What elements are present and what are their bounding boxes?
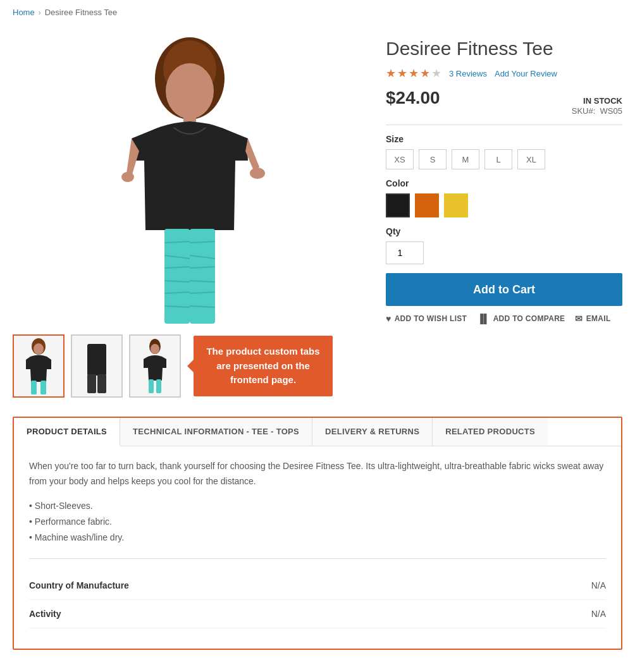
size-s[interactable]: S bbox=[419, 149, 447, 169]
qty-input[interactable] bbox=[386, 241, 424, 264]
spec-row-country: Country of Manufacture N/A bbox=[29, 571, 606, 600]
thumbnail-1[interactable] bbox=[13, 334, 65, 398]
add-to-compare-link[interactable]: ▐▌ ADD TO COMPARE bbox=[477, 314, 565, 324]
product-main-image bbox=[76, 34, 304, 325]
star-4: ★ bbox=[420, 66, 430, 80]
product-description: When you're too far to turn back, thank … bbox=[29, 459, 606, 489]
size-options: XS S M L XL bbox=[386, 149, 622, 169]
breadcrumb-current: Desiree Fitness Tee bbox=[45, 8, 118, 17]
star-5: ★ bbox=[431, 66, 441, 80]
size-m[interactable]: M bbox=[452, 149, 479, 169]
spec-country-value: N/A bbox=[591, 580, 606, 590]
star-3: ★ bbox=[409, 66, 419, 80]
add-review-link[interactable]: Add Your Review bbox=[495, 69, 557, 78]
svg-rect-24 bbox=[31, 381, 37, 394]
tab-delivery-returns[interactable]: DELIVERY & RETURNS bbox=[312, 418, 433, 446]
email-icon: ✉ bbox=[575, 314, 583, 324]
svg-rect-25 bbox=[40, 381, 46, 394]
size-l[interactable]: L bbox=[484, 149, 512, 169]
bullet-3: Machine wash/line dry. bbox=[29, 530, 606, 546]
compare-icon: ▐▌ bbox=[477, 314, 490, 324]
svg-point-5 bbox=[250, 168, 265, 179]
tab-content: When you're too far to turn back, thank … bbox=[14, 446, 621, 649]
product-tabs-tooltip: The product custom tabs are presented on… bbox=[194, 336, 333, 396]
star-rating: ★ ★ ★ ★ ★ bbox=[386, 66, 441, 80]
svg-rect-34 bbox=[156, 379, 161, 393]
stock-status: IN STOCK bbox=[572, 96, 622, 106]
product-images: The product custom tabs are presented on… bbox=[13, 31, 367, 398]
svg-rect-33 bbox=[149, 379, 154, 393]
main-image bbox=[13, 31, 367, 328]
spec-activity-label: Activity bbox=[29, 609, 61, 619]
breadcrumb: Home › Desiree Fitness Tee bbox=[0, 0, 635, 25]
svg-point-23 bbox=[34, 343, 44, 355]
tab-related-products[interactable]: RELATED PRODUCTS bbox=[433, 418, 548, 446]
bullet-2: Performance fabric. bbox=[29, 514, 606, 530]
reviews-count-link[interactable]: 3 Reviews bbox=[449, 69, 487, 78]
breadcrumb-separator: › bbox=[39, 8, 41, 17]
stock-sku: IN STOCK SKU#: WS05 bbox=[572, 96, 622, 116]
thumbnail-3[interactable] bbox=[129, 334, 181, 398]
heart-icon: ♥ bbox=[386, 314, 391, 324]
spec-activity-value: N/A bbox=[591, 609, 606, 619]
product-layout: The product custom tabs are presented on… bbox=[0, 25, 635, 410]
color-options bbox=[386, 193, 622, 217]
bullet-1: Short-Sleeves. bbox=[29, 498, 606, 514]
rating-row: ★ ★ ★ ★ ★ 3 Reviews Add Your Review bbox=[386, 66, 622, 80]
size-label: Size bbox=[386, 134, 622, 144]
qty-row: Qty bbox=[386, 226, 622, 264]
tabs-header: PRODUCT DETAILS TECHNICAL INFORMATION - … bbox=[14, 418, 621, 446]
action-links: ♥ ADD TO WISH LIST ▐▌ ADD TO COMPARE ✉ E… bbox=[386, 314, 622, 324]
svg-point-3 bbox=[166, 63, 214, 119]
add-to-cart-button[interactable]: Add to Cart bbox=[386, 273, 622, 306]
star-2: ★ bbox=[397, 66, 407, 80]
size-xl[interactable]: XL bbox=[517, 149, 545, 169]
svg-rect-27 bbox=[87, 344, 106, 376]
breadcrumb-home[interactable]: Home bbox=[13, 8, 35, 17]
svg-rect-28 bbox=[87, 374, 96, 393]
price-row: $24.00 IN STOCK SKU#: WS05 bbox=[386, 88, 622, 125]
spec-country-label: Country of Manufacture bbox=[29, 580, 129, 590]
product-title: Desiree Fitness Tee bbox=[386, 37, 622, 60]
tab-technical-information[interactable]: TECHNICAL INFORMATION - Tee - Tops bbox=[120, 418, 312, 446]
sku-info: SKU#: WS05 bbox=[572, 106, 622, 116]
thumbnail-row: The product custom tabs are presented on… bbox=[13, 334, 367, 398]
thumbnail-2[interactable] bbox=[71, 334, 123, 398]
spec-row-activity: Activity N/A bbox=[29, 600, 606, 628]
tabs-container: PRODUCT DETAILS TECHNICAL INFORMATION - … bbox=[13, 417, 622, 650]
svg-point-20 bbox=[121, 172, 134, 182]
svg-rect-29 bbox=[97, 374, 106, 393]
svg-point-32 bbox=[151, 344, 159, 354]
specs-divider bbox=[29, 558, 606, 559]
color-yellow[interactable] bbox=[444, 193, 468, 217]
color-black[interactable] bbox=[386, 193, 410, 217]
product-info: Desiree Fitness Tee ★ ★ ★ ★ ★ 3 Reviews … bbox=[386, 31, 622, 398]
color-label: Color bbox=[386, 178, 622, 188]
star-1: ★ bbox=[386, 66, 396, 80]
product-bullets: Short-Sleeves. Performance fabric. Machi… bbox=[29, 498, 606, 546]
product-price: $24.00 bbox=[386, 88, 440, 108]
qty-label: Qty bbox=[386, 226, 622, 236]
add-to-wishlist-link[interactable]: ♥ ADD TO WISH LIST bbox=[386, 314, 467, 324]
email-link[interactable]: ✉ EMAIL bbox=[575, 314, 610, 324]
color-orange[interactable] bbox=[415, 193, 439, 217]
size-xs[interactable]: XS bbox=[386, 149, 414, 169]
tab-product-details[interactable]: PRODUCT DETAILS bbox=[14, 418, 120, 446]
